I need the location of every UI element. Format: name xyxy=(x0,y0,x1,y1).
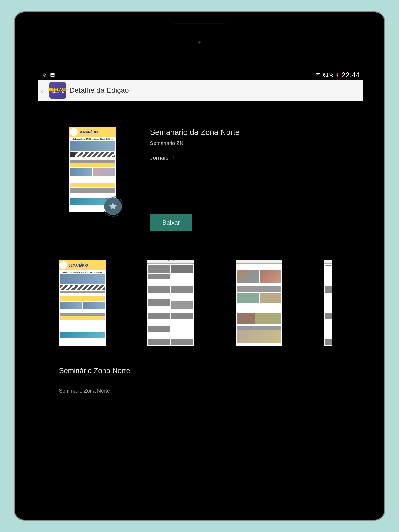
chevron-right-icon: 〉 xyxy=(172,154,178,162)
download-button[interactable]: Baixar xyxy=(150,214,192,231)
screen: 61% 22:44 ‹ SEMANÁRIO da Zona Norte Deta… xyxy=(38,70,363,511)
back-button[interactable]: ‹ xyxy=(41,85,46,96)
tablet-camera xyxy=(198,41,201,44)
app-icon[interactable]: SEMANÁRIO da Zona Norte xyxy=(49,82,66,99)
wifi-icon xyxy=(315,72,321,78)
edition-title: Semanário da Zona Norte xyxy=(150,128,332,137)
edition-publisher: Semanário ZN xyxy=(150,140,332,146)
page-thumbnails[interactable]: SEMANÁRIO Solenidade na CMSE celebra o D… xyxy=(59,260,332,346)
app-icon-label-1: SEMANÁRIO xyxy=(48,88,67,91)
section-title: Seminário Zona Norte xyxy=(59,367,332,375)
usb-icon xyxy=(41,72,47,78)
star-badge-icon: ★ xyxy=(104,197,122,215)
picture-icon xyxy=(50,72,55,78)
page-title: Detalhe da Edição xyxy=(69,86,129,95)
app-bar: ‹ SEMANÁRIO da Zona Norte Detalhe da Edi… xyxy=(38,80,363,101)
page-thumbnail[interactable] xyxy=(236,260,282,346)
status-bar: 61% 22:44 xyxy=(38,70,363,80)
edition-detail: SEMANÁRIO Solenidade na CMSE celebra o D… xyxy=(69,127,332,231)
page-thumbnail[interactable] xyxy=(324,260,332,346)
app-icon-label-2: da Zona Norte xyxy=(51,91,64,93)
status-clock: 22:44 xyxy=(342,71,360,79)
tablet-speaker xyxy=(174,23,225,24)
edition-cover[interactable]: SEMANÁRIO Solenidade na CMSE celebra o D… xyxy=(69,127,116,212)
edition-category-label: Jornais xyxy=(150,155,168,161)
page-thumbnail[interactable]: Editorial xyxy=(147,260,194,346)
battery-icon xyxy=(335,72,340,78)
battery-percentage: 61% xyxy=(323,72,333,78)
edition-category-link[interactable]: Jornais 〉 xyxy=(150,154,332,162)
section-subtitle: Seminário Zona Norte xyxy=(59,388,332,394)
page-thumbnail[interactable]: SEMANÁRIO Solenidade na CMSE celebra o D… xyxy=(59,260,106,346)
tablet-frame: 61% 22:44 ‹ SEMANÁRIO da Zona Norte Deta… xyxy=(14,11,385,521)
cover-brand: SEMANÁRIO xyxy=(79,130,98,134)
content-area: SEMANÁRIO Solenidade na CMSE celebra o D… xyxy=(38,101,363,394)
